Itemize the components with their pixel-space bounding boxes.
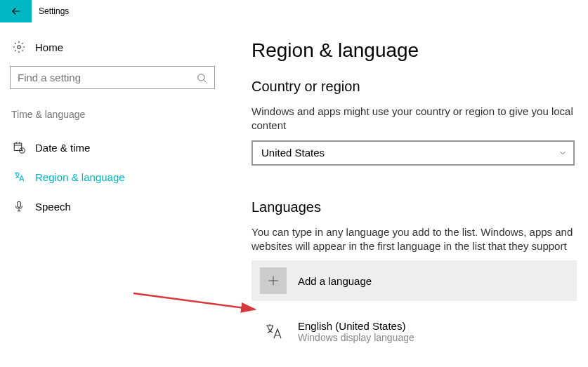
language-icon [13, 171, 25, 183]
titlebar: Settings [0, 0, 588, 22]
calendar-clock-icon [13, 141, 25, 154]
page-title: Region & language [251, 39, 577, 62]
country-heading: Country or region [251, 79, 577, 95]
chevron-down-icon [558, 148, 568, 158]
section-label: Time & language [10, 109, 215, 120]
home-link[interactable]: Home [10, 35, 215, 66]
country-desc: Windows and apps might use your country … [251, 105, 577, 133]
country-dropdown[interactable]: United States [251, 140, 575, 166]
main-content: Region & language Country or region Wind… [225, 22, 588, 367]
svg-point-1 [198, 74, 204, 80]
search-box[interactable] [10, 66, 215, 89]
add-language-button[interactable]: Add a language [251, 260, 577, 301]
sidebar-item-label: Speech [35, 201, 71, 213]
add-language-label: Add a language [298, 275, 372, 287]
sidebar-item-speech[interactable]: Speech [10, 192, 215, 221]
plus-icon [260, 267, 287, 294]
sidebar-item-label: Region & language [35, 171, 125, 183]
language-glyph-icon [260, 318, 287, 345]
language-name: English (United States) [298, 320, 414, 332]
window-title: Settings [32, 6, 69, 16]
languages-desc: You can type in any language you add to … [251, 225, 577, 254]
language-subtitle: Windows display language [298, 332, 414, 343]
gear-icon [13, 41, 25, 53]
home-label: Home [35, 41, 63, 53]
svg-rect-4 [18, 201, 21, 207]
svg-point-0 [18, 46, 21, 49]
country-selected: United States [261, 147, 325, 159]
back-button[interactable] [0, 0, 32, 22]
sidebar: Home Time & language Date & time Region … [0, 22, 225, 367]
sidebar-item-date-time[interactable]: Date & time [10, 133, 215, 162]
search-icon [196, 72, 207, 84]
back-arrow-icon [10, 5, 22, 18]
languages-heading: Languages [251, 199, 577, 215]
svg-rect-2 [14, 143, 22, 151]
sidebar-item-label: Date & time [35, 142, 90, 154]
sidebar-item-region-language[interactable]: Region & language [10, 162, 215, 192]
microphone-icon [13, 200, 25, 213]
search-input[interactable] [18, 72, 196, 84]
language-item[interactable]: English (United States) Windows display … [251, 314, 577, 349]
